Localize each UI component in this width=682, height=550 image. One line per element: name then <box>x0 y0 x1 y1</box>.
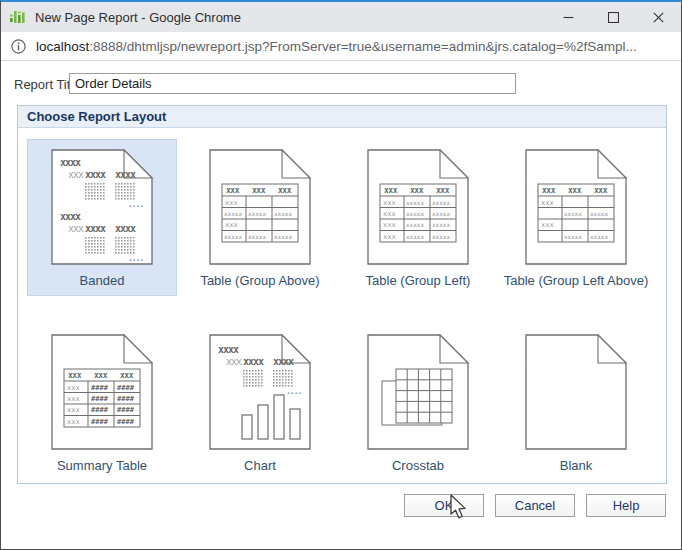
svg-text:xxxxx: xxxxx <box>406 210 424 217</box>
svg-text:xxx: xxx <box>436 186 450 195</box>
tile-label: Banded <box>80 273 125 288</box>
url-host: localhost <box>36 39 89 54</box>
svg-text:xxxx: xxxx <box>243 356 264 367</box>
svg-text:xxxxx: xxxxx <box>274 233 292 240</box>
crosstab-icon <box>366 333 470 451</box>
svg-text:xxx: xxx <box>225 221 238 229</box>
window-title: New Page Report - Google Chrome <box>35 10 546 25</box>
close-icon <box>653 12 664 23</box>
svg-text:....: .... <box>286 387 301 396</box>
svg-text:xxxx: xxxx <box>218 344 239 355</box>
dialog-buttons: OK Cancel Help <box>404 494 666 517</box>
browser-popup-window: New Page Report - Google Chrome <box>0 0 682 550</box>
svg-text:xxxx: xxxx <box>85 223 106 234</box>
page-info-icon[interactable] <box>11 39 26 54</box>
tile-label: Summary Table <box>57 458 147 473</box>
svg-text:xxxx: xxxx <box>115 223 136 234</box>
tile-label: Crosstab <box>392 458 444 473</box>
svg-text:xxxxx: xxxxx <box>564 210 582 217</box>
svg-text:xxx: xxx <box>383 199 396 207</box>
tile-label: Blank <box>560 458 593 473</box>
jaspersoft-app-icon <box>9 9 26 25</box>
svg-text:xxx: xxx <box>383 221 396 229</box>
svg-text:xxxxx: xxxxx <box>590 233 608 240</box>
svg-text:####: #### <box>91 406 109 414</box>
choose-report-layout-panel: Choose Report Layout xxxx xxx xxxx xxxx … <box>17 105 667 484</box>
cancel-button[interactable]: Cancel <box>495 494 575 517</box>
help-button[interactable]: Help <box>586 494 666 517</box>
table-group-above-icon: xxx xxx xxx xxx xxxxx xxxxx xxxxx xxx xx… <box>208 148 312 266</box>
layout-tile-table-group-above[interactable]: xxx xxx xxx xxx xxxxx xxxxx xxxxx xxx xx… <box>185 139 335 296</box>
svg-text:xxx: xxx <box>120 371 134 380</box>
layout-tile-crosstab[interactable]: Crosstab <box>343 324 493 481</box>
svg-text:xxx: xxx <box>568 186 582 195</box>
minimize-button[interactable] <box>546 2 591 32</box>
svg-text:xxx: xxx <box>594 186 608 195</box>
svg-text:....: .... <box>128 254 143 263</box>
svg-text:xxx: xxx <box>226 356 242 367</box>
ok-button[interactable]: OK <box>404 494 484 517</box>
svg-text:xxxxx: xxxxx <box>406 199 424 206</box>
svg-text:xxxxx: xxxxx <box>432 210 450 217</box>
layout-tile-chart[interactable]: xxxx xxx xxxx xxxx .... Chart <box>185 324 335 481</box>
table-group-left-above-icon: xxx xxx xxx xxx xxxxx xxxxx xxx xxxxx xx… <box>524 148 628 266</box>
svg-text:xxx: xxx <box>410 186 424 195</box>
layout-tile-summary-table[interactable]: xxx xxx xxx xxx #### #### xxx #### #### … <box>27 324 177 481</box>
svg-text:xxx: xxx <box>542 186 556 195</box>
svg-text:xxx: xxx <box>94 371 108 380</box>
svg-text:xxxxx: xxxxx <box>224 233 242 240</box>
svg-text:####: #### <box>117 418 135 426</box>
svg-text:xxxx: xxxx <box>115 169 136 180</box>
layout-tile-table-group-left[interactable]: xxx xxx xxx xxx xxxxx xxxxx xxx xxxxx xx… <box>343 139 493 296</box>
layout-tile-blank[interactable]: Blank <box>501 324 651 481</box>
svg-text:xxx: xxx <box>67 406 80 414</box>
svg-text:xxxxx: xxxxx <box>432 199 450 206</box>
layout-tile-banded[interactable]: xxxx xxx xxxx xxxx .... xxxx xxx xxxx xx… <box>27 139 177 296</box>
report-title-input[interactable] <box>69 73 516 94</box>
chart-icon: xxxx xxx xxxx xxxx .... <box>208 333 312 451</box>
url-path: :8888/dhtmljsp/newreport.jsp?FromServer=… <box>89 39 636 54</box>
maximize-button[interactable] <box>591 2 636 32</box>
tile-label: Table (Group Above) <box>200 273 319 288</box>
panel-header: Choose Report Layout <box>18 106 666 128</box>
layout-tile-table-group-left-above[interactable]: xxx xxx xxx xxx xxxxx xxxxx xxx xxxxx xx… <box>501 139 651 296</box>
blank-icon <box>524 333 628 451</box>
address-bar[interactable]: localhost:8888/dhtmljsp/newreport.jsp?Fr… <box>1 32 681 61</box>
svg-text:xxx: xxx <box>383 233 396 241</box>
maximize-icon <box>608 12 619 23</box>
svg-text:xxxxx: xxxxx <box>432 233 450 240</box>
svg-text:####: #### <box>91 384 109 392</box>
svg-text:xxxxx: xxxxx <box>590 210 608 217</box>
svg-text:xxx: xxx <box>68 169 84 180</box>
svg-text:xxx: xxx <box>68 223 84 234</box>
svg-text:xxxxx: xxxxx <box>432 221 450 228</box>
close-button[interactable] <box>636 2 681 32</box>
svg-text:xxxxx: xxxxx <box>406 221 424 228</box>
tile-label: Table (Group Left Above) <box>504 273 649 288</box>
window-controls <box>546 2 681 32</box>
svg-text:xxxxx: xxxxx <box>564 233 582 240</box>
url-text: localhost:8888/dhtmljsp/newreport.jsp?Fr… <box>36 39 637 54</box>
svg-text:xxxxx: xxxxx <box>274 210 292 217</box>
svg-text:xxxxx: xxxxx <box>406 233 424 240</box>
svg-text:xxxx: xxxx <box>273 356 294 367</box>
svg-text:xxx: xxx <box>67 395 80 403</box>
svg-text:xxx: xxx <box>252 186 266 195</box>
svg-text:xxx: xxx <box>68 371 82 380</box>
svg-text:xxx: xxx <box>225 199 238 207</box>
svg-text:....: .... <box>128 200 143 209</box>
minimize-icon <box>563 12 574 23</box>
svg-text:xxx: xxx <box>383 210 396 218</box>
svg-text:####: #### <box>117 406 135 414</box>
svg-text:xxxx: xxxx <box>60 211 81 222</box>
summary-table-icon: xxx xxx xxx xxx #### #### xxx #### #### … <box>50 333 154 451</box>
svg-text:xxx: xxx <box>278 186 292 195</box>
svg-text:xxx: xxx <box>226 186 240 195</box>
svg-text:####: #### <box>117 395 135 403</box>
svg-text:xxxxx: xxxxx <box>224 210 242 217</box>
layout-grid: xxxx xxx xxxx xxxx .... xxxx xxx xxxx xx… <box>18 128 666 481</box>
tile-label: Table (Group Left) <box>366 273 471 288</box>
tile-label: Chart <box>244 458 276 473</box>
svg-text:####: #### <box>117 384 135 392</box>
svg-text:xxxx: xxxx <box>85 169 106 180</box>
